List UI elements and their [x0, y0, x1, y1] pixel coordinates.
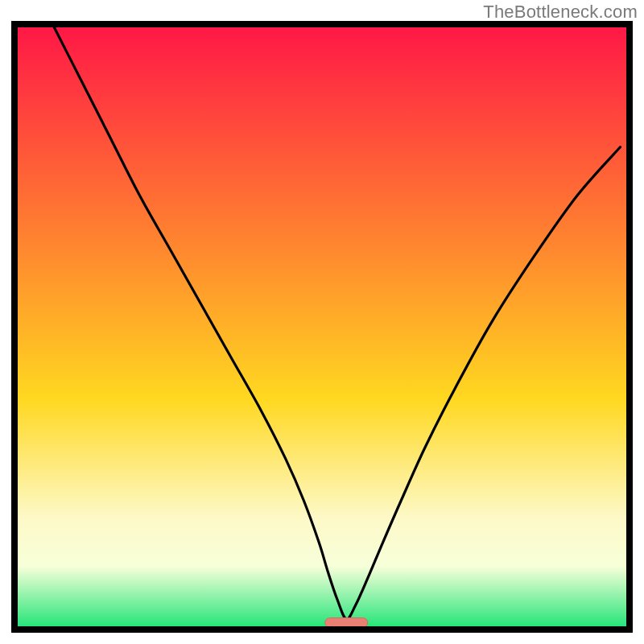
- bottleneck-chart: [18, 27, 626, 626]
- chart-frame: [11, 21, 633, 633]
- watermark-text: TheBottleneck.com: [483, 2, 638, 23]
- chart-plot-area: [18, 27, 626, 626]
- gradient-background: [18, 27, 626, 626]
- minimum-marker: [325, 618, 368, 626]
